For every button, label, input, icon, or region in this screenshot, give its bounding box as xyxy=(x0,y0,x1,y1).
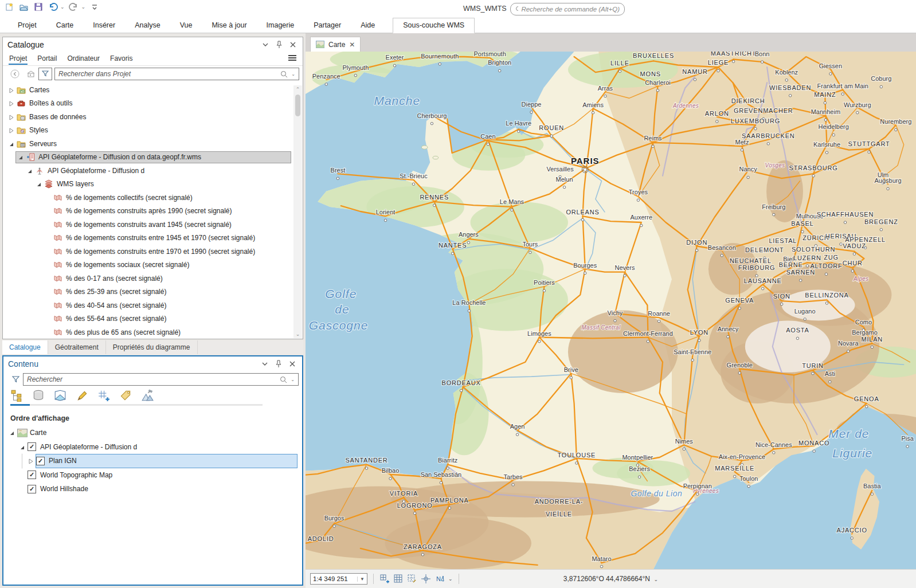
tree-item[interactable]: % de logements construits entre 1945 et … xyxy=(3,232,303,245)
expand-icon[interactable] xyxy=(9,127,14,133)
tree-item[interactable]: API Géoplateforme - Diffusion d xyxy=(3,164,303,178)
layer-row-plan-ign[interactable]: ✓Plan IGN xyxy=(3,454,302,468)
filter-icon[interactable] xyxy=(38,68,52,80)
dashed-grid-icon[interactable] xyxy=(407,574,417,584)
labeling-icon[interactable] xyxy=(119,389,133,403)
selection-icon[interactable] xyxy=(54,389,68,403)
selection-grid-icon[interactable] xyxy=(379,574,390,584)
dock-tab-g-otraitement[interactable]: Géotraitement xyxy=(48,340,106,354)
ribbon-tab-sous-couche-wms[interactable]: Sous-couche WMS xyxy=(393,18,475,33)
open-project-icon[interactable] xyxy=(19,2,29,12)
menu-icon[interactable] xyxy=(288,54,297,62)
pin-icon[interactable] xyxy=(273,359,284,369)
tree-item[interactable]: % de logements collectifs (secret signal… xyxy=(3,191,303,205)
tree-item[interactable]: API Géoplateforme - Diffusion d on data.… xyxy=(3,151,303,164)
ribbon-tab-mise-jour[interactable]: Mise à jour xyxy=(202,18,256,33)
collapse-icon[interactable] xyxy=(9,430,15,436)
search-dropdown-icon[interactable]: ⌄ xyxy=(291,72,295,77)
undo-dropdown-icon[interactable]: ⌄ xyxy=(60,4,65,10)
tree-item[interactable]: % des 25-39 ans (secret signalé) xyxy=(3,285,303,299)
tree-item[interactable]: % des plus de 65 ans (secret signalé) xyxy=(3,326,303,339)
contents-search-input[interactable]: Rechercher ⌄ xyxy=(23,373,299,386)
tree-item[interactable]: % de logements sociaux (secret signalé) xyxy=(3,258,303,272)
pin-icon[interactable] xyxy=(274,40,284,49)
layer-row-carte[interactable]: Carte xyxy=(3,426,302,440)
tree-item[interactable]: % de logements construits entre 1970 et … xyxy=(3,245,303,258)
catalogue-tab-projet[interactable]: Projet xyxy=(9,53,28,65)
search-icon[interactable] xyxy=(280,70,288,78)
tree-item[interactable]: Styles xyxy=(3,124,303,138)
search-dropdown-icon[interactable]: ⌄ xyxy=(291,377,295,382)
search-icon[interactable] xyxy=(280,376,287,383)
scroll-down-icon[interactable]: ⌄ xyxy=(293,330,302,338)
catalogue-tab-ordinateur[interactable]: Ordinateur xyxy=(66,53,100,65)
layer-visibility-checkbox[interactable]: ✓ xyxy=(28,471,36,479)
expand-icon[interactable] xyxy=(9,114,14,120)
scrollbar-thumb[interactable] xyxy=(295,95,300,116)
tree-item[interactable]: % des 40-54 ans (secret signalé) xyxy=(3,299,303,312)
command-search-input[interactable]: Recherche de commande (Alt+Q) xyxy=(510,3,625,15)
chevron-down-icon[interactable] xyxy=(260,359,270,369)
catalogue-scrollbar[interactable]: ⌃ ⌄ xyxy=(293,85,302,338)
ribbon-tab-aide[interactable]: Aide xyxy=(351,18,385,33)
collapse-icon[interactable] xyxy=(19,444,25,450)
ribbon-tab-imagerie[interactable]: Imagerie xyxy=(257,18,304,33)
filter-icon[interactable] xyxy=(10,375,21,384)
collapse-icon[interactable] xyxy=(36,181,42,187)
ribbon-tab-vue[interactable]: Vue xyxy=(170,18,202,33)
grid-icon[interactable] xyxy=(393,574,404,584)
catalogue-tab-portail[interactable]: Portail xyxy=(37,53,57,65)
map-viewport[interactable]: ExeterBournemouthPortsmouthBrightonPlymo… xyxy=(306,52,916,569)
layer-row-world-topographic-map[interactable]: ✓World Topographic Map xyxy=(3,468,302,483)
dock-tab-propri-t-s-du-diagramme[interactable]: Propriétés du diagramme xyxy=(106,340,198,354)
close-icon[interactable] xyxy=(288,40,298,49)
ribbon-tab-projet[interactable]: Projet xyxy=(8,18,46,33)
map-view-tab[interactable]: Carte ✕ xyxy=(310,37,361,52)
tree-item[interactable]: Cartes xyxy=(3,83,303,97)
redo-dropdown-icon[interactable]: ⌄ xyxy=(81,4,86,10)
ribbon-tab-analyse[interactable]: Analyse xyxy=(125,18,170,33)
tree-item[interactable]: WMS layers xyxy=(3,178,303,191)
catalogue-search-input[interactable]: Rechercher dans Projet ⌄ xyxy=(54,68,299,80)
drawing-order-icon[interactable] xyxy=(10,389,24,403)
layer-visibility-checkbox[interactable]: ✓ xyxy=(28,485,36,493)
expand-icon[interactable] xyxy=(9,87,14,93)
layer-visibility-checkbox[interactable]: ✓ xyxy=(36,457,45,465)
dock-tab-catalogue[interactable]: Catalogue xyxy=(2,340,48,354)
data-source-icon[interactable] xyxy=(32,389,46,403)
ribbon-tab-ins-rer[interactable]: Insérer xyxy=(83,18,125,33)
collapse-icon[interactable] xyxy=(9,141,14,147)
layer-row-api-g-oplateforme-diffusion-d[interactable]: ✓API Géoplateforme - Diffusion d xyxy=(3,440,302,454)
tree-item[interactable]: % de logements construits après 1990 (se… xyxy=(3,205,303,218)
undo-icon[interactable] xyxy=(48,2,58,12)
map-canvas[interactable]: ExeterBournemouthPortsmouthBrightonPlymo… xyxy=(306,52,916,569)
expand-icon[interactable] xyxy=(28,458,34,464)
catalogue-tab-favoris[interactable]: Favoris xyxy=(109,53,133,65)
tree-item[interactable]: % de logements construits avant 1945 (se… xyxy=(3,218,303,232)
new-project-icon[interactable] xyxy=(5,2,15,12)
close-icon[interactable]: ✕ xyxy=(349,41,355,49)
analysis-icon[interactable] xyxy=(141,389,155,403)
home-icon[interactable] xyxy=(26,69,36,79)
ribbon-tab-partager[interactable]: Partager xyxy=(304,18,351,33)
tree-item[interactable]: % des 0-17 ans (secret signalé) xyxy=(3,272,303,285)
tree-item[interactable]: Boîtes à outils xyxy=(3,97,303,111)
chevron-down-icon[interactable] xyxy=(260,40,271,49)
tree-item[interactable]: Bases de données xyxy=(3,110,303,124)
layer-visibility-checkbox[interactable]: ✓ xyxy=(28,442,36,451)
collapse-icon[interactable] xyxy=(27,168,33,174)
tree-item[interactable]: Serveurs xyxy=(3,137,303,151)
snapping-icon[interactable] xyxy=(97,389,111,403)
scale-combobox[interactable]: 1:4 349 251 ▼ xyxy=(310,573,367,585)
tree-item[interactable]: % des 55-64 ans (secret signalé) xyxy=(3,312,303,326)
customize-toolbar-icon[interactable] xyxy=(89,2,100,12)
layer-row-world-hillshade[interactable]: ✓World Hillshade xyxy=(3,482,302,496)
save-project-icon[interactable] xyxy=(33,2,44,12)
ribbon-tab-carte[interactable]: Carte xyxy=(46,18,84,33)
redo-icon[interactable] xyxy=(69,2,79,12)
north-arrow-icon[interactable]: N xyxy=(434,574,445,584)
collapse-icon[interactable] xyxy=(18,154,24,160)
crosshair-icon[interactable] xyxy=(421,574,431,584)
statusbar-dropdown-icon[interactable]: ⌄ xyxy=(448,576,453,582)
back-icon[interactable] xyxy=(10,69,20,79)
